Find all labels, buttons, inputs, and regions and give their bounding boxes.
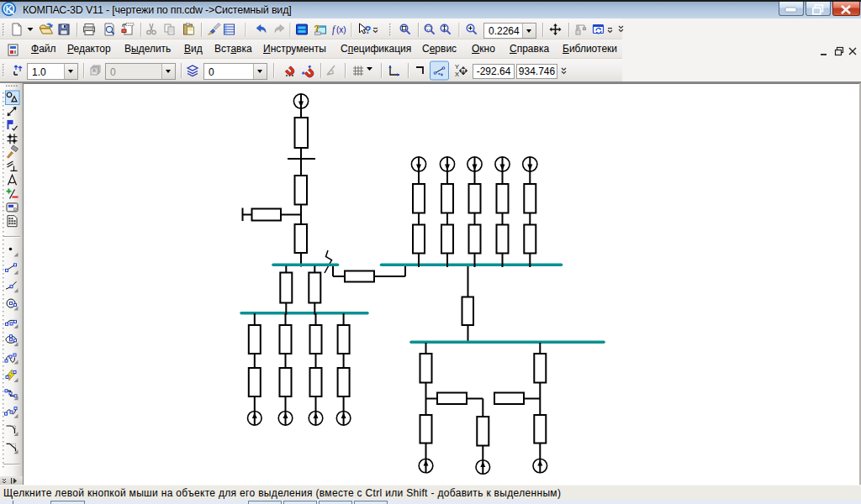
svg-text:?: ? [365,24,372,36]
svg-text:X: X [455,71,459,78]
svg-text:Y: Y [455,63,459,71]
svg-text:(x): (x) [336,25,346,34]
